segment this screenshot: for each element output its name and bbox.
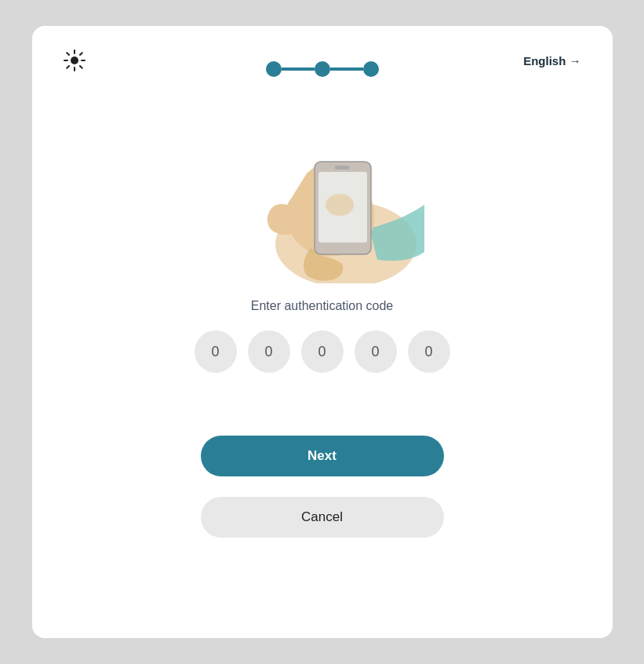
- svg-line-5: [67, 53, 69, 55]
- code-digit-3[interactable]: [301, 330, 344, 373]
- buttons-container: Next Cancel: [201, 436, 444, 538]
- svg-line-7: [79, 53, 82, 55]
- auth-label: Enter authentication code: [251, 299, 393, 313]
- code-inputs: [195, 330, 450, 373]
- step-3: [363, 61, 379, 77]
- code-digit-5[interactable]: [408, 330, 450, 373]
- step-line-1: [282, 67, 315, 71]
- language-label: English →: [523, 54, 580, 67]
- language-button[interactable]: English →: [523, 54, 580, 67]
- sun-icon: [64, 49, 86, 71]
- header: English →: [64, 49, 581, 71]
- stepper: [266, 61, 379, 77]
- phone-illustration: [220, 126, 424, 283]
- code-digit-4[interactable]: [355, 330, 397, 373]
- code-digit-1[interactable]: [195, 330, 237, 373]
- svg-line-8: [67, 66, 69, 68]
- svg-point-13: [326, 194, 354, 216]
- code-digit-2[interactable]: [248, 330, 290, 373]
- step-2: [315, 61, 330, 77]
- step-line-2: [330, 67, 363, 71]
- next-button[interactable]: Next: [201, 436, 444, 476]
- svg-point-0: [71, 57, 78, 64]
- svg-rect-12: [335, 166, 349, 170]
- step-1: [266, 61, 282, 77]
- main-card: English → Enter authentication code Next: [32, 26, 613, 638]
- svg-line-6: [79, 66, 82, 68]
- cancel-button[interactable]: Cancel: [201, 497, 444, 538]
